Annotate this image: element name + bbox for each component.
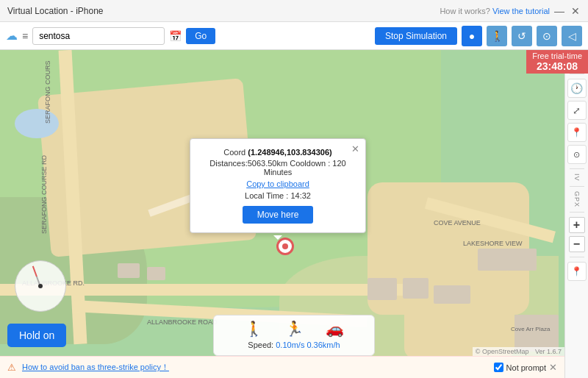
rotate-button[interactable]: ↺ [512,26,532,46]
not-prompt-checkbox[interactable] [494,363,503,372]
zoom-in-button[interactable]: + [569,217,585,233]
speed-text: Speed: 0.10m/s 0.36km/h [248,340,340,349]
compass [15,260,66,312]
my-location-button[interactable]: 📍 [567,262,587,281]
target-button[interactable]: ⊙ [537,26,557,46]
title-bar: Virtual Location - iPhone How it works? … [0,0,588,22]
speed-value: 0.10m/s 0.36km/h [276,340,340,349]
map-attribution: © OpenStreetMap Ver 1.6.7 [473,347,564,356]
move-here-button[interactable]: Move here [243,206,314,224]
compass-dot [38,284,43,288]
stop-simulation-button[interactable]: Stop Simulation [375,27,457,45]
not-prompt-label: Not prompt [506,363,546,372]
toggle-button[interactable]: ⊙ [567,145,587,164]
expand-button[interactable]: ⤢ [567,101,587,120]
run-speed-icon[interactable]: 🏃 [285,320,304,338]
toolbar: ☁ ≡ 📅 Go Stop Simulation ● 🚶 ↺ ⊙ ◁ Free … [0,22,588,50]
building-3 [368,278,397,300]
window-controls: — ✕ [554,6,581,16]
location-mode-button[interactable]: ● [462,26,482,46]
location-popup: ✕ Coord (1.248946,103.834306) Distances:… [190,138,366,233]
pin-button[interactable]: 📍 [567,123,587,142]
speed-panel: 🚶 🏃 🚗 Speed: 0.10m/s 0.36km/h [213,315,375,356]
warning-link[interactable]: How to avoid ban as three-strike policy！ [22,362,169,373]
location-pin [276,238,294,255]
popup-close-button[interactable]: ✕ [351,143,359,154]
version-text: Ver 1.6.7 [535,348,562,355]
trial-timer: 23:48:08 [532,60,582,72]
drive-speed-icon[interactable]: 🚗 [326,320,344,338]
trial-badge: Free trial-time 23:48:08 [526,50,588,74]
building-5 [434,285,470,304]
speed-icon-group: 🚶 🏃 🚗 [245,320,344,338]
not-prompt-group: Not prompt ✕ [494,362,557,373]
water-1 [15,109,59,138]
walk-speed-icon[interactable]: 🚶 [245,320,263,338]
search-input[interactable] [32,27,165,45]
warning-close-button[interactable]: ✕ [549,362,557,373]
building-1 [118,263,140,278]
close-button[interactable]: ✕ [570,6,581,16]
building-4 [403,278,429,299]
back-button[interactable]: ◁ [562,26,582,46]
gpx-label: GPX [573,191,581,207]
copy-clipboard-link[interactable]: Copy to clipboard [201,179,355,188]
right-sidebar: 🕐 ⤢ 📍 ⊙ IV GPX + − 📍 [564,50,588,378]
cloud-icon: ☁ [6,29,18,43]
coord-label: Coord [223,148,245,157]
walk-mode-button[interactable]: 🚶 [487,26,507,46]
building-2 [147,267,165,280]
local-time: Local Time : 14:32 [201,191,355,200]
minimize-button[interactable]: — [554,6,564,16]
distance-line: Distances:5063.50km Cooldown : 120 Minut… [201,159,355,176]
local-time-value: 14:32 [290,191,311,200]
map-container[interactable]: SERAFONG COURS SERAFONG COURSE RD ALLANB… [0,50,588,378]
iv-label: IV [573,174,581,182]
coord-line: Coord (1.248946,103.834306) [201,148,355,157]
go-button[interactable]: Go [186,28,215,44]
building-lakeshore [478,249,537,271]
warning-icon: ⚠ [7,362,16,373]
calendar-icon[interactable]: 📅 [169,30,182,42]
trial-label: Free trial-time [532,51,582,60]
clock-button[interactable]: 🕐 [567,79,587,98]
app-title: Virtual Location - iPhone [7,6,104,16]
coord-value: (1.248946,103.834306) [248,148,331,157]
tutorial-link[interactable]: View the tutorial [492,7,550,15]
building-cove [514,315,559,352]
zoom-out-button[interactable]: − [569,236,585,252]
list-icon: ≡ [22,30,28,42]
warning-bar: ⚠ How to avoid ban as three-strike polic… [0,356,564,378]
help-text: How it works? View the tutorial [440,7,550,15]
hold-on-button[interactable]: Hold on [7,324,66,347]
